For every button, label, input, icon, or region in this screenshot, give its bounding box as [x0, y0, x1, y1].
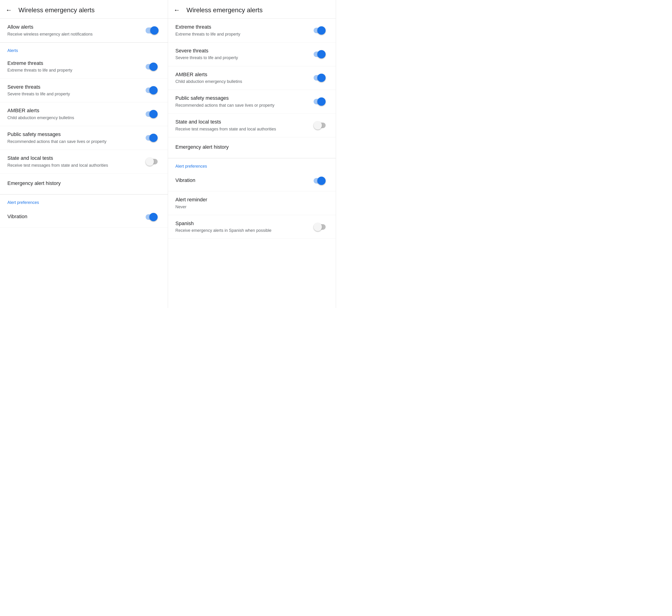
state-local-row[interactable]: State and local tests Receive test messa… [0, 150, 168, 174]
r-severe-threats-row[interactable]: Severe threats Severe threats to life an… [168, 42, 336, 66]
amber-alerts-row[interactable]: AMBER alerts Child abduction emergency b… [0, 102, 168, 126]
amber-alerts-toggle[interactable] [146, 110, 160, 118]
r-public-safety-subtitle: Recommended actions that can save lives … [175, 102, 308, 108]
r-amber-alerts-subtitle: Child abduction emergency bulletins [175, 79, 308, 84]
r-emergency-history-title: Emergency alert history [175, 144, 323, 150]
vibration-toggle[interactable] [146, 213, 160, 221]
left-header: ← Wireless emergency alerts [0, 0, 168, 19]
r-severe-threats-title: Severe threats [175, 48, 308, 54]
left-content: Allow alerts Receive wireless emergency … [0, 19, 168, 228]
left-page-title: Wireless emergency alerts [18, 6, 95, 14]
r-vibration-title: Vibration [175, 177, 308, 184]
r-extreme-threats-row[interactable]: Extreme threats Extreme threats to life … [168, 19, 336, 42]
r-spanish-subtitle: Receive emergency alerts in Spanish when… [175, 228, 308, 233]
state-local-toggle[interactable] [146, 157, 160, 166]
severe-threats-thumb [149, 86, 158, 94]
r-public-safety-toggle[interactable] [314, 97, 328, 106]
right-page-title: Wireless emergency alerts [186, 6, 263, 14]
state-local-title: State and local tests [7, 155, 140, 162]
r-public-safety-row[interactable]: Public safety messages Recommended actio… [168, 90, 336, 114]
extreme-threats-row[interactable]: Extreme threats Extreme threats to life … [0, 55, 168, 79]
r-spanish-toggle[interactable] [314, 223, 328, 231]
r-extreme-threats-subtitle: Extreme threats to life and property [175, 31, 308, 37]
r-spanish-title: Spanish [175, 220, 308, 227]
allow-alerts-thumb [150, 26, 159, 35]
extreme-threats-subtitle: Extreme threats to life and property [7, 67, 140, 73]
allow-alerts-row[interactable]: Allow alerts Receive wireless emergency … [0, 19, 168, 42]
r-severe-threats-toggle[interactable] [314, 50, 328, 58]
r-severe-threats-thumb [317, 50, 326, 58]
public-safety-row[interactable]: Public safety messages Recommended actio… [0, 126, 168, 150]
r-alert-reminder-row[interactable]: Alert reminder Never [168, 191, 336, 215]
r-amber-alerts-row[interactable]: AMBER alerts Child abduction emergency b… [168, 66, 336, 90]
public-safety-toggle[interactable] [146, 134, 160, 142]
r-alert-prefs-label: Alert preferences [168, 158, 336, 171]
severe-threats-subtitle: Severe threats to life and property [7, 91, 140, 97]
severe-threats-title: Severe threats [7, 84, 140, 90]
public-safety-title: Public safety messages [7, 131, 140, 138]
emergency-history-row[interactable]: Emergency alert history [0, 174, 168, 194]
alert-prefs-section-label: Alert preferences [0, 195, 168, 207]
r-state-local-thumb [314, 121, 322, 129]
alerts-section-label: Alerts [0, 43, 168, 55]
emergency-history-title: Emergency alert history [7, 180, 155, 187]
r-emergency-history-row[interactable]: Emergency alert history [168, 137, 336, 158]
state-local-subtitle: Receive test messages from state and loc… [7, 162, 140, 168]
severe-threats-row[interactable]: Severe threats Severe threats to life an… [0, 79, 168, 102]
state-local-thumb [146, 157, 154, 166]
r-alert-reminder-title: Alert reminder [175, 196, 323, 203]
vibration-title: Vibration [7, 213, 140, 220]
vibration-thumb [149, 213, 158, 221]
r-state-local-subtitle: Receive test messages from state and loc… [175, 126, 308, 132]
amber-alerts-title: AMBER alerts [7, 107, 140, 114]
r-severe-threats-subtitle: Severe threats to life and property [175, 55, 308, 61]
r-spanish-thumb [314, 223, 322, 231]
extreme-threats-title: Extreme threats [7, 60, 140, 67]
public-safety-subtitle: Recommended actions that can save lives … [7, 139, 140, 144]
r-extreme-threats-toggle[interactable] [314, 26, 328, 35]
left-back-button[interactable]: ← [6, 6, 12, 14]
r-public-safety-thumb [317, 97, 326, 106]
extreme-threats-thumb [149, 63, 158, 71]
right-panel: ← Wireless emergency alerts Extreme thre… [168, 0, 336, 308]
r-state-local-title: State and local tests [175, 119, 308, 125]
amber-alerts-subtitle: Child abduction emergency bulletins [7, 115, 140, 121]
r-amber-alerts-thumb [317, 74, 326, 82]
extreme-threats-toggle[interactable] [146, 63, 160, 71]
allow-alerts-toggle[interactable] [146, 26, 160, 35]
vibration-row[interactable]: Vibration [0, 207, 168, 228]
r-state-local-toggle[interactable] [314, 121, 328, 129]
r-public-safety-title: Public safety messages [175, 95, 308, 102]
r-vibration-toggle[interactable] [314, 177, 328, 185]
severe-threats-toggle[interactable] [146, 86, 160, 94]
r-state-local-row[interactable]: State and local tests Receive test messa… [168, 114, 336, 137]
amber-alerts-thumb [149, 110, 158, 118]
r-extreme-threats-title: Extreme threats [175, 24, 308, 30]
public-safety-thumb [149, 134, 158, 142]
right-header: ← Wireless emergency alerts [168, 0, 336, 19]
left-panel: ← Wireless emergency alerts Allow alerts… [0, 0, 168, 308]
right-back-button[interactable]: ← [174, 6, 180, 14]
allow-alerts-title: Allow alerts [7, 24, 140, 30]
r-vibration-row[interactable]: Vibration [168, 171, 336, 191]
allow-alerts-subtitle: Receive wireless emergency alert notific… [7, 31, 140, 37]
right-content: Extreme threats Extreme threats to life … [168, 19, 336, 239]
r-amber-alerts-toggle[interactable] [314, 74, 328, 82]
r-alert-reminder-subtitle: Never [175, 204, 323, 210]
r-extreme-threats-thumb [317, 26, 326, 35]
r-amber-alerts-title: AMBER alerts [175, 71, 308, 78]
r-vibration-thumb [317, 177, 326, 185]
r-spanish-row[interactable]: Spanish Receive emergency alerts in Span… [168, 215, 336, 239]
